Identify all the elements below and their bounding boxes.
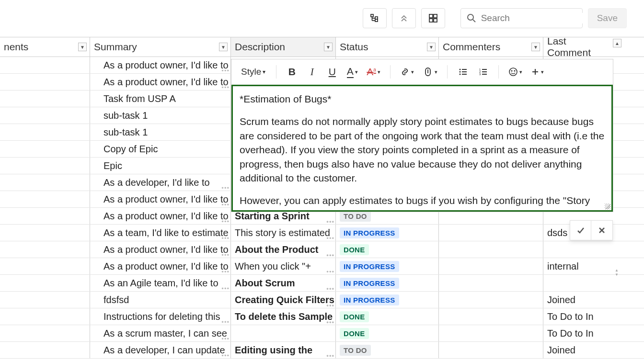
chevron-down-icon: ▾ xyxy=(263,68,265,75)
cell-summary[interactable]: Epic xyxy=(90,158,231,174)
cell-status[interactable]: DONE xyxy=(336,325,439,341)
insert-button[interactable]: ▾ xyxy=(529,63,546,80)
cell-description[interactable]: This story is estimated••• xyxy=(231,225,336,241)
svg-rect-8 xyxy=(429,19,433,22)
cell-summary[interactable]: As a product owner, I'd like to••• xyxy=(90,191,231,207)
search-input[interactable] xyxy=(481,13,595,23)
cell-description[interactable]: Creating Quick Filters••• xyxy=(231,292,336,308)
grid-view-button[interactable] xyxy=(421,8,445,28)
column-header-status[interactable]: Status ▼ xyxy=(336,37,439,57)
cell-description[interactable]: About Scrum••• xyxy=(231,275,336,291)
save-button[interactable]: Save xyxy=(588,8,627,28)
text-color-button[interactable]: A▾ xyxy=(345,63,360,80)
status-badge: DONE xyxy=(340,328,369,339)
column-header-commenters[interactable]: Commenters ▼ xyxy=(439,37,543,57)
cell-nents xyxy=(0,342,90,358)
cell-description[interactable] xyxy=(231,325,336,341)
cell-description[interactable]: When you click "+••• xyxy=(231,258,336,274)
dropdown-icon[interactable]: ▼ xyxy=(78,43,87,51)
table-row[interactable]: As a team, I'd like to estimate•••This s… xyxy=(0,225,644,241)
cell-description[interactable]: Editing using the••• xyxy=(231,342,336,358)
dropdown-icon[interactable]: ▼ xyxy=(219,43,228,51)
overflow-dots-icon: ••• xyxy=(221,352,230,358)
cell-summary[interactable]: As a team, I'd like to estimate••• xyxy=(90,225,231,241)
svg-point-14 xyxy=(459,69,460,70)
column-header-nents[interactable]: nents ▼ xyxy=(0,37,90,57)
cell-status[interactable]: IN PROGRESS xyxy=(336,292,439,308)
table-row[interactable]: fdsfsdCreating Quick Filters•••IN PROGRE… xyxy=(0,292,644,308)
scroll-up-button[interactable]: ▲ xyxy=(613,39,621,47)
bold-button[interactable]: B xyxy=(284,63,299,80)
column-header-description[interactable]: Description ▼ xyxy=(231,37,336,57)
cell-description[interactable]: About the Product••• xyxy=(231,241,336,258)
table-row[interactable]: As a product owner, I'd like to•••About … xyxy=(0,241,644,258)
editor-content[interactable]: *Estimation of Bugs* Scrum teams do not … xyxy=(231,85,613,212)
resize-handle[interactable] xyxy=(605,204,610,209)
table-row[interactable]: Instructions for deleting this•••To dele… xyxy=(0,308,644,325)
table-row[interactable]: As an Agile team, I'd like to•••About Sc… xyxy=(0,275,644,292)
table-row[interactable]: As a scrum master, I can see•••DONETo Do… xyxy=(0,325,644,342)
cell-nents xyxy=(0,158,90,174)
cell-status[interactable]: TO DO xyxy=(336,342,439,358)
svg-point-27 xyxy=(511,70,512,71)
numbered-list-button[interactable]: 123 xyxy=(475,63,491,80)
italic-button[interactable]: I xyxy=(304,63,320,80)
cell-summary[interactable]: As a scrum master, I can see••• xyxy=(90,325,231,341)
cell-summary[interactable]: As a product owner, I'd like to••• xyxy=(90,258,231,274)
dropdown-icon[interactable]: ▼ xyxy=(531,43,540,51)
cell-summary[interactable]: As a product owner, I'd like to••• xyxy=(90,241,231,258)
cell-last-comment: Joined xyxy=(543,292,610,308)
underline-button[interactable]: U xyxy=(324,63,340,80)
cell-status[interactable]: IN PROGRESS xyxy=(336,225,439,241)
dropdown-icon[interactable]: ▼ xyxy=(324,43,333,51)
scroll-handle-icon[interactable]: ▲▼ xyxy=(615,268,621,277)
cell-summary[interactable]: Copy of Epic xyxy=(90,141,231,157)
cell-summary[interactable]: fdsfsd xyxy=(90,292,231,308)
cell-summary[interactable]: As a product owner, I'd like to••• xyxy=(90,74,231,90)
emoji-button[interactable]: ▾ xyxy=(506,63,524,80)
attachment-button[interactable]: ▾ xyxy=(421,63,439,80)
text-effects-button[interactable]: Aa▾ xyxy=(365,63,382,80)
column-header-summary[interactable]: Summary ▼ xyxy=(90,37,231,57)
bullet-list-button[interactable] xyxy=(455,63,471,80)
svg-point-26 xyxy=(509,68,517,76)
cell-summary[interactable]: sub-task 1 xyxy=(90,124,231,140)
cell-nents xyxy=(0,124,90,140)
cell-status[interactable]: DONE xyxy=(336,241,439,258)
overflow-dots-icon: ••• xyxy=(326,352,334,358)
cell-summary[interactable]: As a product owner, I'd like to••• xyxy=(90,208,231,224)
svg-rect-5 xyxy=(375,17,378,19)
cell-summary[interactable]: Instructions for deleting this••• xyxy=(90,308,231,325)
collapse-up-button[interactable] xyxy=(392,8,416,28)
chevron-down-icon: ▾ xyxy=(378,69,380,75)
svg-text:3: 3 xyxy=(479,73,481,76)
cell-summary[interactable]: As a developer, I can update••• xyxy=(90,342,231,358)
column-header-last-comment[interactable]: Last Comment xyxy=(543,37,610,57)
overflow-dots-icon: ••• xyxy=(221,67,230,73)
search-box[interactable] xyxy=(460,8,583,28)
link-button[interactable]: ▾ xyxy=(398,63,416,80)
cell-summary[interactable]: Task from USP A xyxy=(90,90,231,107)
cell-status[interactable]: DONE xyxy=(336,308,439,325)
confirm-buttons xyxy=(570,220,613,240)
table-row[interactable]: As a developer, I can update•••Editing u… xyxy=(0,342,644,359)
dropdown-icon[interactable]: ▼ xyxy=(427,43,436,51)
confirm-check-button[interactable] xyxy=(570,221,591,240)
cell-last-comment: To Do to In xyxy=(543,325,610,341)
cell-status[interactable]: IN PROGRESS xyxy=(336,275,439,291)
cell-summary[interactable]: sub-task 1 xyxy=(90,107,231,124)
style-dropdown[interactable]: Style▾ xyxy=(238,63,268,80)
cell-summary[interactable]: As a developer, I'd like to••• xyxy=(90,174,231,191)
cell-commenters xyxy=(439,308,543,325)
cell-summary[interactable]: As a product owner, I'd like to••• xyxy=(90,57,231,73)
cell-description[interactable]: To delete this Sample••• xyxy=(231,308,336,325)
hierarchy-button[interactable] xyxy=(363,8,387,28)
table-row[interactable]: As a product owner, I'd like to•••When y… xyxy=(0,258,644,275)
search-icon xyxy=(467,13,476,23)
cell-commenters xyxy=(439,325,543,341)
cancel-x-button[interactable] xyxy=(591,221,612,240)
svg-point-16 xyxy=(459,71,460,73)
overflow-dots-icon: ••• xyxy=(326,268,334,274)
cell-status[interactable]: IN PROGRESS xyxy=(336,258,439,274)
cell-summary[interactable]: As an Agile team, I'd like to••• xyxy=(90,275,231,291)
